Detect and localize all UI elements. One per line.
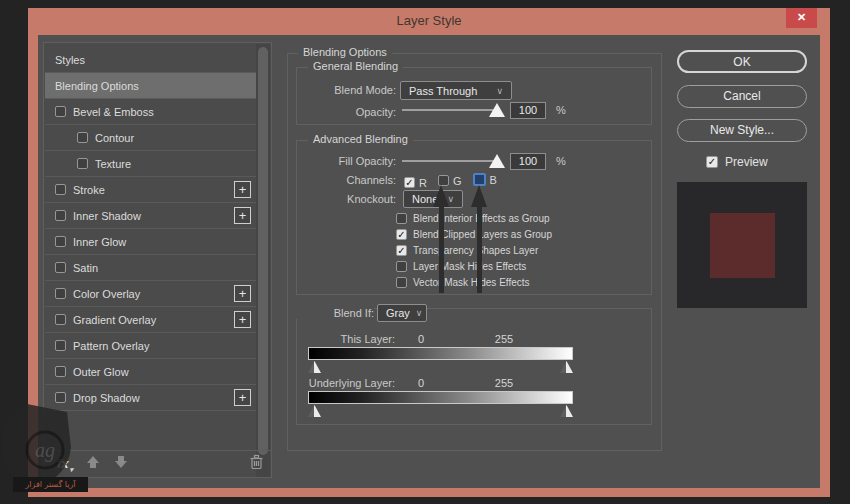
sidebar-item-satin[interactable]: Satin bbox=[45, 255, 257, 281]
sidebar-item-label: Contour bbox=[95, 132, 134, 144]
sidebar-scrollbar[interactable] bbox=[256, 44, 270, 477]
sidebar-item-stroke[interactable]: Stroke+ bbox=[45, 177, 257, 203]
channel-r[interactable]: ✓R bbox=[404, 177, 427, 189]
close-button[interactable]: ✕ bbox=[786, 8, 817, 28]
advanced-options-list: Blend Interior Effects as Group✓Blend Cl… bbox=[396, 210, 552, 290]
effect-checkbox[interactable] bbox=[77, 158, 88, 169]
preview-layer-square bbox=[710, 213, 775, 278]
effect-checkbox[interactable] bbox=[55, 184, 66, 195]
blend-if-value: Gray bbox=[386, 307, 410, 319]
trash-icon bbox=[249, 454, 264, 470]
option-blend-interior-effects-as-group[interactable]: Blend Interior Effects as Group bbox=[396, 210, 552, 226]
sidebar-item-styles[interactable]: Styles bbox=[45, 47, 257, 73]
effect-checkbox[interactable] bbox=[55, 340, 66, 351]
sidebar-item-label: Pattern Overlay bbox=[73, 340, 149, 352]
fill-opacity-slider-track[interactable] bbox=[402, 160, 500, 162]
effect-checkbox[interactable] bbox=[55, 210, 66, 221]
add-effect-button[interactable]: + bbox=[234, 285, 251, 302]
new-style-button[interactable]: New Style... bbox=[677, 119, 807, 142]
option-label: Blend Clipped Layers as Group bbox=[413, 229, 552, 240]
move-effect-down-button[interactable] bbox=[114, 455, 128, 473]
channel-g[interactable]: G bbox=[438, 175, 462, 187]
this-layer-label: This Layer: bbox=[296, 333, 395, 345]
option-checkbox[interactable] bbox=[396, 277, 407, 288]
option-vector-mask-hides-effects[interactable]: Vector Mask Hides Effects bbox=[396, 274, 552, 290]
sidebar-item-texture[interactable]: Texture bbox=[45, 151, 257, 177]
channel-checkbox[interactable]: ✓ bbox=[404, 177, 415, 188]
dialog-titlebar[interactable]: Layer Style ✕ bbox=[28, 8, 830, 35]
blending-options-label: Blending Options bbox=[298, 46, 392, 58]
effect-checkbox[interactable] bbox=[55, 288, 66, 299]
screenshot-stage: Layer Style ✕ StylesBlending OptionsBeve… bbox=[0, 0, 850, 504]
sidebar-item-outer-glow[interactable]: Outer Glow bbox=[45, 359, 257, 385]
option-label: Layer Mask Hides Effects bbox=[413, 261, 526, 272]
underlying-layer-label: Underlying Layer: bbox=[296, 377, 395, 389]
watermark-credit: آریا گستر افزار bbox=[13, 477, 88, 492]
knockout-label: Knockout: bbox=[296, 193, 396, 205]
add-effect-button[interactable]: + bbox=[234, 181, 251, 198]
sidebar-item-gradient-overlay[interactable]: Gradient Overlay+ bbox=[45, 307, 257, 333]
sidebar-item-color-overlay[interactable]: Color Overlay+ bbox=[45, 281, 257, 307]
this-layer-gradient-bar bbox=[308, 347, 573, 360]
channel-checkbox[interactable] bbox=[438, 175, 449, 186]
blend-if-label: Blend If: bbox=[296, 307, 374, 319]
channel-checkbox[interactable] bbox=[473, 173, 486, 186]
option-checkbox[interactable]: ✓ bbox=[396, 229, 407, 240]
effect-checkbox[interactable] bbox=[55, 314, 66, 325]
preview-label: Preview bbox=[725, 155, 768, 169]
blend-mode-label: Blend Mode: bbox=[296, 84, 396, 96]
cancel-button[interactable]: Cancel bbox=[677, 85, 807, 108]
scrollbar-thumb[interactable] bbox=[258, 47, 268, 455]
fill-opacity-value-box[interactable]: 100 bbox=[510, 153, 546, 170]
dialog-body: StylesBlending OptionsBevel & EmbossCont… bbox=[38, 35, 820, 488]
sidebar-item-label: Styles bbox=[55, 54, 85, 66]
sidebar-item-label: Texture bbox=[95, 158, 131, 170]
opacity-value-box[interactable]: 100 bbox=[510, 102, 546, 119]
effect-checkbox[interactable] bbox=[55, 262, 66, 273]
fill-opacity-label: Fill Opacity: bbox=[296, 155, 396, 167]
channel-label: G bbox=[453, 175, 462, 187]
option-blend-clipped-layers-as-group[interactable]: ✓Blend Clipped Layers as Group bbox=[396, 226, 552, 242]
sidebar-item-label: Inner Glow bbox=[73, 236, 126, 248]
add-effect-button[interactable]: + bbox=[234, 207, 251, 224]
preview-checkbox[interactable]: ✓ bbox=[706, 156, 718, 168]
blend-if-dropdown[interactable]: Gray ∨ bbox=[377, 304, 427, 322]
effect-checkbox[interactable] bbox=[77, 132, 88, 143]
arrow-down-icon bbox=[114, 455, 128, 469]
effect-checkbox[interactable] bbox=[55, 366, 66, 377]
sidebar-item-bevel-emboss[interactable]: Bevel & Emboss bbox=[45, 99, 257, 125]
channels-row-boxes: ✓RGB bbox=[404, 172, 508, 190]
sidebar-item-label: Bevel & Emboss bbox=[73, 106, 154, 118]
option-checkbox[interactable] bbox=[396, 261, 407, 272]
knockout-dropdown[interactable]: None ∨ bbox=[403, 190, 463, 208]
option-layer-mask-hides-effects[interactable]: Layer Mask Hides Effects bbox=[396, 258, 552, 274]
sidebar-item-blending-options[interactable]: Blending Options bbox=[45, 73, 257, 99]
layer-style-dialog: Layer Style ✕ StylesBlending OptionsBeve… bbox=[28, 8, 830, 497]
channel-b[interactable]: B bbox=[473, 173, 497, 186]
effect-checkbox[interactable] bbox=[55, 106, 66, 117]
add-effect-button[interactable]: + bbox=[234, 311, 251, 328]
opacity-slider-track[interactable] bbox=[402, 109, 500, 111]
sidebar-item-label: Satin bbox=[73, 262, 98, 274]
sidebar-item-label: Gradient Overlay bbox=[73, 314, 156, 326]
delete-effect-button[interactable] bbox=[249, 454, 264, 474]
move-effect-up-button[interactable] bbox=[86, 455, 100, 473]
channel-label: R bbox=[419, 177, 427, 189]
sidebar-item-inner-shadow[interactable]: Inner Shadow+ bbox=[45, 203, 257, 229]
blend-mode-value: Pass Through bbox=[409, 85, 490, 97]
sidebar-item-label: Color Overlay bbox=[73, 288, 140, 300]
blend-mode-dropdown[interactable]: Pass Through ∨ bbox=[400, 81, 512, 100]
preview-toggle[interactable]: ✓ Preview bbox=[706, 155, 768, 169]
option-checkbox[interactable]: ✓ bbox=[396, 245, 407, 256]
chevron-down-icon: ∨ bbox=[447, 194, 454, 204]
ok-button[interactable]: OK bbox=[677, 50, 807, 73]
option-checkbox[interactable] bbox=[396, 213, 407, 224]
sidebar-item-pattern-overlay[interactable]: Pattern Overlay bbox=[45, 333, 257, 359]
preview-thumbnail bbox=[677, 182, 807, 308]
add-effect-button[interactable]: + bbox=[234, 389, 251, 406]
option-transparency-shapes-layer[interactable]: ✓Transparency Shapes Layer bbox=[396, 242, 552, 258]
opacity-percent-sign: % bbox=[556, 104, 566, 116]
sidebar-item-inner-glow[interactable]: Inner Glow bbox=[45, 229, 257, 255]
effect-checkbox[interactable] bbox=[55, 236, 66, 247]
sidebar-item-contour[interactable]: Contour bbox=[45, 125, 257, 151]
